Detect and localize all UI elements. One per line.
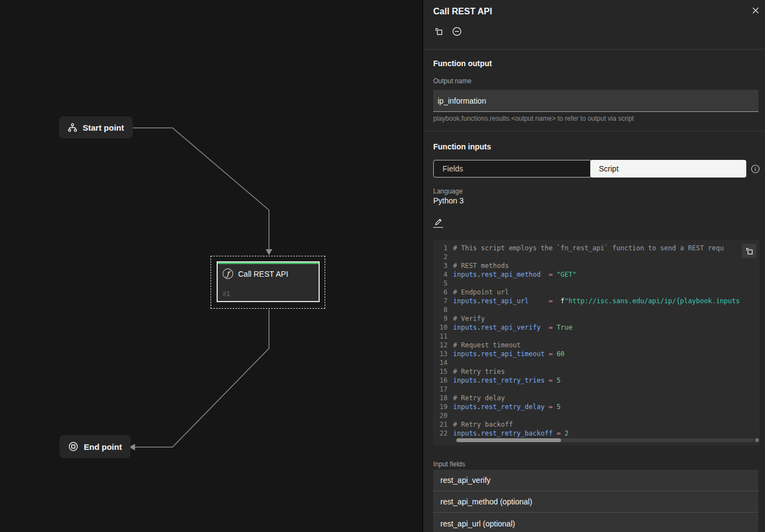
code-line: 18# Retry delay — [433, 394, 759, 402]
info-icon — [751, 164, 760, 174]
code-horizontal-scrollbar — [456, 438, 754, 442]
code-lines: 1# This script employs the `fn_rest_api`… — [433, 240, 759, 438]
code-line: 1# This script employs the `fn_rest_api`… — [433, 244, 759, 252]
start-point-node[interactable]: Start point — [59, 116, 133, 138]
header-divider — [423, 49, 765, 50]
code-horizontal-scrollbar-thumb[interactable] — [456, 438, 561, 442]
panel-title: Call REST API — [433, 7, 492, 17]
code-line: 17 — [433, 385, 759, 394]
function-inputs-heading: Function inputs — [433, 142, 491, 151]
end-point-node[interactable]: End point — [60, 435, 131, 458]
edit-script-button[interactable] — [433, 217, 443, 228]
pencil-icon — [434, 218, 443, 226]
output-helper-text: playbook.functions.results.<output name>… — [433, 115, 634, 122]
output-name-label: Output name — [433, 77, 471, 85]
language-label: Language — [433, 187, 462, 195]
code-line: 19inputs.rest_retry_delay = 5 — [433, 402, 759, 411]
workflow-start-icon — [68, 123, 77, 132]
code-line: 22inputs.rest_retry_backoff = 2 — [433, 429, 759, 438]
code-line: 12# Request timeout — [433, 341, 759, 350]
code-vertical-scrollbar-thumb[interactable] — [755, 438, 759, 442]
function-icon: ƒ — [223, 268, 233, 279]
code-line: 21# Retry backoff — [433, 420, 759, 429]
function-node-accent-bar — [218, 262, 319, 264]
language-value: Python 3 — [433, 196, 464, 205]
playbook-canvas[interactable]: Start point ƒ Call REST API #1 End point — [0, 0, 422, 532]
code-line: 10inputs.rest_api_verify = True — [433, 323, 759, 332]
function-node-call-rest-api[interactable]: ƒ Call REST API #1 — [217, 261, 320, 302]
tab-fields[interactable]: Fields — [433, 160, 591, 178]
end-point-icon — [68, 442, 78, 452]
script-code-editor[interactable]: 1# This script employs the `fn_rest_api`… — [433, 240, 759, 445]
code-line: 7inputs.rest_api_url = f"http://isc.sans… — [433, 297, 759, 305]
function-detail-panel: Call REST API Function output Ou — [422, 0, 765, 532]
input-fields-list: rest_api_verify rest_api_method (optiona… — [433, 470, 758, 532]
code-line: 15# Retry tries — [433, 367, 759, 376]
arrowhead-into-function — [266, 249, 272, 255]
code-line: 11 — [433, 332, 759, 341]
playbook-editor: Start point ƒ Call REST API #1 End point… — [0, 0, 765, 532]
code-line: 8 — [433, 305, 759, 314]
input-field-row-rest-api-method[interactable]: rest_api_method (optional) — [433, 491, 758, 513]
input-mode-switcher: Fields Script — [433, 160, 746, 178]
section-divider — [423, 131, 765, 131]
input-field-row-rest-api-verify[interactable]: rest_api_verify — [433, 470, 758, 491]
code-line: 13inputs.rest_api_timeout = 60 — [433, 350, 759, 358]
copy-icon — [745, 246, 754, 256]
function-output-heading: Function output — [433, 59, 492, 68]
close-panel-button[interactable] — [751, 6, 761, 15]
script-info-button[interactable] — [751, 164, 760, 174]
input-field-row-rest-api-url[interactable]: rest_api_url (optional) — [433, 513, 758, 532]
code-line: 3# REST methods — [433, 261, 759, 270]
output-name-input[interactable] — [433, 90, 758, 112]
copy-code-button[interactable] — [742, 244, 756, 258]
code-line: 5 — [433, 279, 759, 288]
code-line: 6# Endpoint url — [433, 288, 759, 297]
copy-icon — [434, 26, 444, 36]
code-line: 14 — [433, 358, 759, 367]
code-line: 16inputs.rest_retry_tries = 5 — [433, 376, 759, 385]
code-line: 9# Verify — [433, 314, 759, 323]
code-line: 20 — [433, 411, 759, 420]
code-line: 2 — [433, 252, 759, 261]
copy-function-button[interactable] — [433, 26, 444, 37]
disable-function-button[interactable] — [451, 26, 462, 37]
function-node-label: Call REST API — [238, 270, 288, 278]
code-line: 4inputs.rest_api_method = "GET" — [433, 270, 759, 279]
tab-script[interactable]: Script — [590, 160, 747, 178]
start-point-label: Start point — [83, 123, 124, 132]
function-node-number-badge: #1 — [223, 290, 230, 298]
input-fields-label: Input fields — [433, 460, 465, 468]
minus-circle-icon — [452, 26, 462, 36]
close-icon — [752, 7, 759, 14]
end-point-label: End point — [84, 442, 122, 452]
